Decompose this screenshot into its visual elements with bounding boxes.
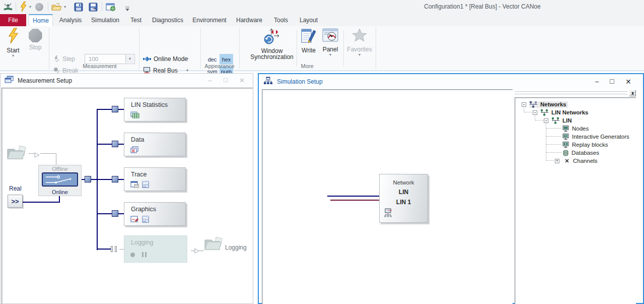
branch-line: [97, 144, 124, 145]
qa-window-icon[interactable]: [106, 3, 116, 13]
logging-arrow: [191, 247, 204, 256]
lin-icon: [551, 117, 560, 124]
tab-layout[interactable]: Layout: [295, 14, 322, 26]
simulation-setup-title: Simulation Setup: [277, 78, 323, 85]
tab-hardware[interactable]: Hardware: [232, 14, 266, 26]
window-synchronization-button[interactable]: Window Synchronization: [249, 28, 295, 60]
tree-item-lin-networks[interactable]: - LIN Networks: [533, 108, 589, 116]
network-block-bus: LIN: [380, 189, 427, 196]
logging-break-bar[interactable]: [111, 246, 113, 252]
window-title: Configuration1 * [Real Bus] - Vector CAN…: [382, 3, 583, 10]
channels-x-icon: [564, 158, 569, 163]
tab-file[interactable]: File: [0, 14, 26, 26]
close-button[interactable]: ✕: [239, 77, 245, 84]
tab-home[interactable]: Home: [29, 14, 53, 26]
logging-block[interactable]: Logging: [124, 235, 187, 263]
trace-hotspot[interactable]: [112, 176, 118, 183]
online-mode-caret[interactable]: ▾: [186, 57, 188, 61]
tree-item-lin[interactable]: - LIN: [544, 116, 572, 125]
canoe-application: ▾ ▾: [0, 0, 644, 304]
expander-icon[interactable]: -: [533, 110, 537, 115]
trace-list-icon: [142, 181, 149, 188]
write-label: Write: [302, 47, 316, 54]
tree-panel-close-button[interactable]: x: [629, 90, 636, 96]
graphics-block[interactable]: Graphics: [124, 202, 186, 226]
lin-bus-line[interactable]: [327, 196, 379, 197]
tree-item-nodes[interactable]: Nodes: [562, 125, 589, 133]
data-window-icon: [130, 146, 138, 153]
measurement-setup-titlebar[interactable]: Measurement Setup – □ ✕: [1, 74, 253, 88]
tree-item-networks[interactable]: - Networks: [522, 100, 568, 108]
network-block-type: Network: [380, 179, 427, 186]
step-label: Step: [62, 55, 75, 63]
splitter-grip[interactable]: [515, 94, 627, 94]
lin-statistics-hotspot[interactable]: [112, 106, 118, 112]
tree-connector: [546, 160, 554, 161]
tab-analysis[interactable]: Analysis: [54, 14, 87, 26]
write-button[interactable]: Write: [299, 28, 318, 54]
panel-label: Panel: [323, 46, 338, 53]
tab-diagnostics[interactable]: Diagnostics: [150, 14, 186, 26]
minimize-button[interactable]: –: [595, 78, 599, 85]
qa-open-caret[interactable]: ▾: [64, 5, 66, 9]
expander-icon[interactable]: +: [555, 159, 559, 163]
maximize-button[interactable]: □: [610, 78, 614, 85]
maximize-button[interactable]: □: [224, 77, 228, 84]
graphics-hotspot[interactable]: [112, 210, 118, 217]
tab-test[interactable]: Test: [125, 14, 147, 26]
qa-open-folder-icon[interactable]: [51, 3, 62, 13]
tree-item-channels[interactable]: + Channels: [555, 157, 598, 165]
close-button[interactable]: ✕: [625, 78, 631, 85]
real-line: [59, 196, 60, 203]
lin-statistics-block[interactable]: LIN Statistics: [124, 98, 186, 121]
tree-item-replay-blocks[interactable]: Replay blocks: [562, 141, 608, 149]
logging-break-bar[interactable]: [115, 246, 117, 252]
tab-simulation[interactable]: Simulation: [89, 14, 122, 26]
tree-item-databases[interactable]: Databases: [562, 149, 599, 157]
separator: [376, 28, 376, 69]
simulation-setup-titlebar[interactable]: Simulation Setup – □ ✕: [259, 74, 643, 89]
tree-label: LIN Networks: [551, 109, 589, 115]
lin-bus-line-2[interactable]: [330, 200, 379, 201]
real-bus-caret[interactable]: ▾: [186, 69, 188, 73]
tree-connector: [546, 128, 561, 129]
expander-icon[interactable]: -: [544, 118, 548, 123]
ribbon-tabs: File Home Analysis Simulation Test Diagn…: [0, 14, 644, 26]
expander-icon[interactable]: -: [522, 102, 526, 107]
title-bar[interactable]: ▾ ▾: [0, 0, 644, 14]
qa-separator: [16, 3, 16, 11]
qa-start-caret[interactable]: ▾: [29, 5, 31, 9]
branch-line: [97, 109, 124, 110]
qa-customize-icon[interactable]: [125, 5, 130, 14]
real-bus-source-button[interactable]: >>: [8, 195, 23, 208]
online-offline-switch[interactable]: Offline Online: [38, 165, 82, 196]
qa-save-icon[interactable]: [74, 3, 83, 14]
panel-button[interactable]: Panel ▾: [320, 28, 340, 57]
online-mode-button[interactable]: Online Mode: [143, 55, 188, 63]
minimize-button[interactable]: –: [208, 77, 211, 84]
splitter-grip[interactable]: [515, 91, 627, 92]
online-mode-icon: [143, 56, 151, 62]
switch-output-hotspot[interactable]: [85, 176, 91, 183]
block-label: Data: [131, 136, 144, 143]
tree-item-interactive-generators[interactable]: Interactive Generators: [562, 133, 629, 141]
start-icon: [7, 28, 19, 45]
offline-source-folder-icon[interactable]: [7, 145, 29, 163]
online-label: Online: [39, 189, 81, 195]
start-button[interactable]: Start ▾: [3, 28, 23, 58]
qa-save-as-icon[interactable]: [89, 3, 98, 14]
tab-environment[interactable]: Environment: [190, 14, 229, 26]
tab-tools[interactable]: Tools: [269, 14, 293, 26]
qa-start-icon[interactable]: [20, 2, 27, 14]
data-block[interactable]: Data: [124, 133, 186, 156]
switch-icon: [42, 172, 78, 187]
tree-label: Interactive Generators: [572, 134, 629, 140]
data-hotspot[interactable]: [112, 141, 118, 147]
separator: [297, 30, 297, 67]
ribbon: Start ▾ Stop Step Break: [0, 26, 644, 71]
network-block[interactable]: Network LIN LIN 1: [379, 174, 428, 223]
logging-folder-icon[interactable]: [204, 236, 225, 253]
flow-arrow-icon: [34, 151, 40, 160]
offline-line: [56, 153, 56, 165]
trace-block[interactable]: Trace: [124, 167, 186, 191]
